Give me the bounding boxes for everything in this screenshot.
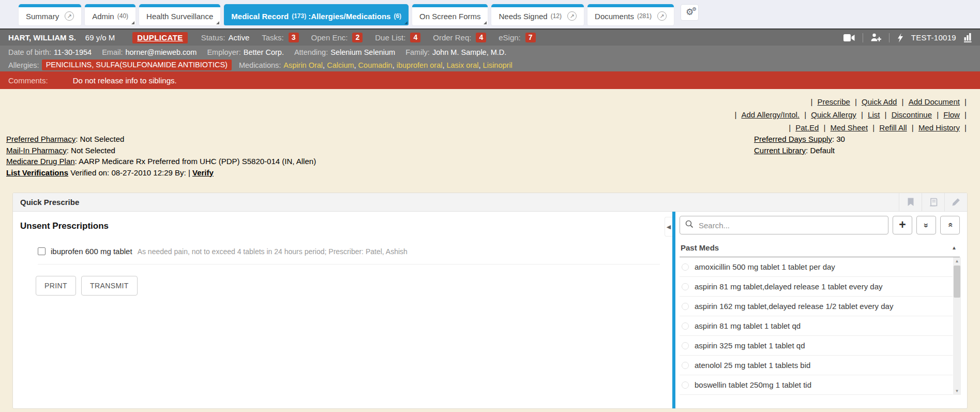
link-refill-all[interactable]: Refill All <box>879 123 907 132</box>
link-list-verifications[interactable]: List Verifications <box>6 168 68 177</box>
action-links-row: | Add Allergy/Intol. | Quick Allergy | L… <box>734 108 967 121</box>
link-quick-add[interactable]: Quick Add <box>862 97 897 106</box>
link-med-sheet[interactable]: Med Sheet <box>831 123 868 132</box>
tab-label: Needs Signed <box>499 12 547 21</box>
past-med-item[interactable]: aspirin 325 mg tablet 1 tablet qd <box>680 336 953 356</box>
duplicate-badge[interactable]: DUPLICATE <box>132 32 187 43</box>
radio-button[interactable] <box>682 263 689 271</box>
collapse-all-button[interactable]: » <box>940 216 960 234</box>
info-line-mail-in-pharmacy: Mail-In Pharmacy: Not Selected <box>6 145 316 156</box>
radio-button[interactable] <box>682 303 689 310</box>
link-preferred-days-supply[interactable]: Preferred Days Supply <box>754 135 832 143</box>
past-med-item[interactable]: aspirin 81 mg tablet,delayed release 1 t… <box>680 277 953 297</box>
past-meds-container: amoxicillin 500 mg tablet 1 tablet per d… <box>680 257 961 395</box>
past-med-item[interactable]: atenolol 25 mg tablet 1 tablets bid <box>680 356 953 375</box>
link-verify[interactable]: Verify <box>192 168 214 177</box>
pipe: | <box>821 123 827 132</box>
pipe: | <box>899 97 906 106</box>
link-add-allergy-intol[interactable]: Add Allergy/Intol. <box>741 110 800 119</box>
link-add-document[interactable]: Add Document <box>909 97 960 106</box>
past-med-item[interactable]: aspirin 162 mg tablet,delayed release 1/… <box>680 297 953 316</box>
link-prescribe[interactable]: Prescribe <box>817 97 850 106</box>
link-pat-ed[interactable]: Pat.Ed <box>795 123 819 132</box>
tab-health-surveillance[interactable]: Health Surveillance <box>139 4 220 25</box>
value-text: Verified on: 08-27-2010 12:29 By: | <box>70 168 190 177</box>
tab-count: (173) <box>292 12 306 20</box>
search-box <box>680 216 888 234</box>
scrollbar-thumb[interactable] <box>954 266 960 298</box>
counter-badge[interactable]: 2 <box>352 33 363 42</box>
tab-label: Health Surveillance <box>146 12 213 21</box>
link-preferred-pharmacy[interactable]: Preferred Pharmacy <box>6 135 76 143</box>
past-med-label: atenolol 25 mg tablet 1 tablets bid <box>695 361 810 370</box>
tab-documents[interactable]: Documents(281)↗ <box>587 4 674 25</box>
radio-button[interactable] <box>682 283 689 290</box>
info-line-preferred-pharmacy: Preferred Pharmacy: Not Selected <box>6 134 316 145</box>
external-link-icon[interactable]: ↗ <box>567 11 577 21</box>
pipe: | <box>962 123 967 132</box>
past-med-item[interactable]: aspirin 81 mg tablet 1 tablet qd <box>680 316 953 336</box>
external-link-icon[interactable]: ↗ <box>657 11 667 21</box>
medication-link[interactable]: ibuprofen oral <box>397 61 443 69</box>
print-button[interactable]: PRINT <box>36 276 76 296</box>
counter-badge[interactable]: 7 <box>525 33 536 42</box>
bar-chart-icon[interactable] <box>964 33 972 42</box>
med-search-input[interactable] <box>698 220 883 230</box>
scrollbar[interactable]: ▲ ▼ <box>953 257 961 395</box>
medication-link[interactable]: Coumadin <box>358 61 393 69</box>
quick-prescribe-body: Unsent Prescriptions ibuprofen 600 mg ta… <box>13 212 967 408</box>
link-list[interactable]: List <box>868 110 880 119</box>
plus-icon: + <box>899 219 906 231</box>
link-mail-in-pharmacy[interactable]: Mail-In Pharmacy <box>6 146 67 155</box>
allergy-badge[interactable]: PENICILLINS, SULFA(SULFONAMIDE ANTIBIOTI… <box>42 60 232 70</box>
past-med-item[interactable]: boswellin tablet 250mg 1 tablet tid <box>680 375 953 395</box>
counter-badge[interactable]: 3 <box>289 33 299 42</box>
radio-button[interactable] <box>682 381 689 389</box>
scroll-up-arrow[interactable]: ▲ <box>953 257 961 265</box>
radio-button[interactable] <box>682 362 689 369</box>
tab-on-screen-forms[interactable]: On Screen Forms <box>412 4 488 25</box>
counter-badge[interactable]: 4 <box>410 33 420 42</box>
past-med-item[interactable]: amoxicillin 500 mg tablet 1 tablet per d… <box>680 257 953 277</box>
add-med-button[interactable]: + <box>893 216 912 234</box>
tab-medical-record[interactable]: Medical Record(173):Allergies/Medication… <box>224 4 409 25</box>
pipe: | <box>934 110 941 119</box>
past-meds-header[interactable]: Past Meds ▲ <box>680 241 960 257</box>
medication-link[interactable]: Aspirin Oral <box>283 61 323 69</box>
tab-admin[interactable]: Admin(40) <box>85 4 135 25</box>
link-medicare-drug-plan[interactable]: Medicare Drug Plan <box>6 157 75 166</box>
scroll-down-arrow[interactable]: ▼ <box>953 387 961 395</box>
bookmark-icon[interactable] <box>899 193 922 211</box>
medication-link[interactable]: Lasix oral <box>446 61 478 69</box>
book-icon[interactable] <box>922 193 944 211</box>
collapse-section-caret-icon[interactable]: ▲ <box>952 245 957 251</box>
radio-button[interactable] <box>682 322 689 330</box>
video-camera-icon[interactable] <box>843 34 855 42</box>
settings-gear-button[interactable]: ⚙⚙ <box>681 4 699 21</box>
transmit-button[interactable]: TRANSMIT <box>81 276 138 296</box>
external-link-icon[interactable]: ↗ <box>65 11 74 21</box>
tab-needs-signed[interactable]: Needs Signed(12)↗ <box>491 4 584 25</box>
link-quick-allergy[interactable]: Quick Allergy <box>811 110 856 119</box>
expand-all-button[interactable]: » <box>916 216 936 234</box>
medication-link[interactable]: Lisinopril <box>483 61 512 69</box>
pencil-icon[interactable] <box>944 193 967 211</box>
field-value: 11-30-1954 <box>54 48 92 56</box>
prescription-checkbox[interactable] <box>38 247 46 255</box>
link-discontinue[interactable]: Discontinue <box>892 110 932 119</box>
add-person-icon[interactable] <box>871 33 881 42</box>
link-current-library[interactable]: Current Library <box>754 146 806 155</box>
demographic-date-of-birth: Date of birth:11-30-1954 <box>8 48 92 56</box>
link-flow[interactable]: Flow <box>943 110 960 119</box>
comments-bar: Comments: Do not release info to sibling… <box>0 71 980 89</box>
link-med-history[interactable]: Med History <box>918 123 960 132</box>
counter-badge[interactable]: 4 <box>476 33 486 42</box>
tab-summary[interactable]: Summary↗ <box>19 4 81 25</box>
tab-bar: Summary↗Admin(40)Health SurveillanceMedi… <box>0 0 980 28</box>
radio-button[interactable] <box>682 342 689 349</box>
lightning-icon[interactable] <box>897 33 903 42</box>
allergies-medications-row: Allergies: PENICILLINS, SULFA(SULFONAMID… <box>0 58 980 71</box>
past-meds-list: amoxicillin 500 mg tablet 1 tablet per d… <box>680 257 953 395</box>
medication-link[interactable]: Calcium <box>327 61 354 69</box>
collapse-panel-arrow[interactable]: ◀ <box>665 217 672 237</box>
